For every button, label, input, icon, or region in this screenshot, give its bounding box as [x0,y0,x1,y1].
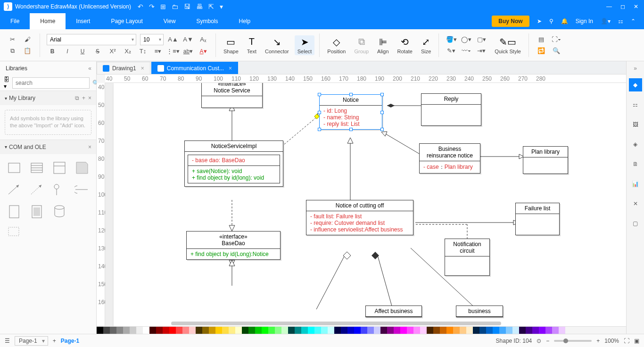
color-swatch[interactable] [387,327,394,334]
color-swatch[interactable] [334,327,341,334]
import-icon[interactable]: ⧉ [75,95,79,101]
line-spacing-icon[interactable]: ≡▾ [152,46,164,57]
my-library-section[interactable]: ▾My Library⧉+× [0,91,96,105]
shape-dashed-arrow[interactable] [27,181,46,198]
color-swatch[interactable] [466,327,473,334]
uml-reply[interactable]: Reply [421,93,481,126]
shape-page[interactable] [5,202,24,220]
circle-style-icon[interactable]: ◯▾ [461,34,472,45]
shape-socket[interactable] [73,181,91,198]
uml-base-dao[interactable]: «interface»BaseDao + find object by id(L… [186,231,281,260]
qat-more-icon[interactable]: ▾ [220,3,223,10]
com-ole-section[interactable]: ▾COM and OLE× [0,140,96,154]
collapse-ribbon-icon[interactable]: ⌃ [631,18,636,25]
color-swatch[interactable] [341,327,347,334]
shape-class[interactable] [50,159,69,177]
rt-theme-icon[interactable]: ◆ [629,78,642,91]
shape-note[interactable] [73,159,91,177]
color-swatch[interactable] [486,327,493,334]
color-swatch[interactable] [559,327,565,334]
cut-icon[interactable]: ✂ [7,34,18,45]
rt-layers-icon[interactable]: ◈ [629,138,642,151]
rt-chart-icon[interactable]: 📊 [629,177,642,190]
color-swatch[interactable] [163,327,169,334]
expand-right-icon[interactable]: » [633,65,638,72]
shrink-font-icon[interactable]: A▼ [182,34,194,45]
share-icon[interactable]: ⚲ [549,18,553,25]
color-swatch[interactable] [156,327,163,334]
color-bar[interactable] [97,326,626,334]
collapse-left-icon[interactable]: « [88,65,91,72]
color-swatch[interactable] [433,327,440,334]
shape-tool[interactable]: ▭Shape [221,35,241,55]
color-swatch[interactable] [394,327,400,334]
print-icon[interactable]: 🖶 [196,3,203,10]
page-selector[interactable]: Page-1 [15,336,48,346]
menu-file[interactable]: File [0,13,30,29]
color-swatch[interactable] [308,327,314,334]
font-size-combo[interactable]: 10▾ [140,34,164,45]
line-color-icon[interactable]: ✎▾ [446,46,457,56]
menu-view[interactable]: View [153,13,186,29]
color-swatch[interactable] [321,327,328,334]
color-swatch[interactable] [110,327,116,334]
menu-insert[interactable]: Insert [66,13,100,29]
color-swatch[interactable] [143,327,149,334]
menu-help[interactable]: Help [229,13,261,29]
color-swatch[interactable] [196,327,202,334]
paste-icon[interactable]: 📋 [22,46,33,56]
color-swatch[interactable] [367,327,374,334]
color-swatch[interactable] [255,327,262,334]
color-swatch[interactable] [136,327,143,334]
export-icon[interactable]: ⇱ [208,3,214,10]
canvas[interactable]: «interface»Notice Service NoticeServiceI… [105,83,626,326]
replace-icon[interactable]: 🔁 [536,46,547,56]
align-button[interactable]: ⊫Align [374,35,391,55]
color-swatch[interactable] [354,327,361,334]
rt-image-icon[interactable]: 🖼 [629,118,642,131]
menu-page-layout[interactable]: Page Layout [100,13,153,29]
color-swatch[interactable] [407,327,413,334]
color-swatch[interactable] [460,327,466,334]
color-swatch[interactable] [301,327,308,334]
font-family-combo[interactable]: Arial▾ [47,34,136,45]
size-button[interactable]: ⤢Size [418,35,434,55]
color-swatch[interactable] [268,327,275,334]
format-painter-icon[interactable]: 🖌 [22,34,33,45]
color-swatch[interactable] [275,327,281,334]
zoom-in-icon[interactable]: + [596,338,600,344]
color-swatch[interactable] [361,327,367,334]
color-swatch[interactable] [242,327,248,334]
color-swatch[interactable] [288,327,295,334]
copy-icon[interactable]: ⧉ [7,46,18,56]
square-style-icon[interactable]: ▢▾ [476,34,487,45]
fill-icon[interactable]: 🪣▾ [446,34,457,45]
subscript-button[interactable]: X₂ [122,46,133,57]
text-direction-icon[interactable]: T↕ [137,46,149,57]
rotate-button[interactable]: ⟲Rotate [395,35,415,55]
position-button[interactable]: ◇Position [324,35,348,55]
shape-rect[interactable] [5,159,24,177]
rotate-handle-icon[interactable] [314,114,319,119]
signin-link[interactable]: Sign In [576,18,593,25]
color-swatch[interactable] [314,327,321,334]
find-icon[interactable]: 🔍 [551,46,562,56]
play-icon[interactable]: ⊙ [537,338,541,344]
color-swatch[interactable] [545,327,552,334]
select-tool[interactable]: ➤Select [295,35,315,55]
h-scrollbar[interactable] [171,322,501,325]
uml-failure-list[interactable]: Failure list [515,203,560,235]
tab2-close-icon[interactable]: × [229,65,232,72]
color-swatch[interactable] [215,327,222,334]
menu-home[interactable]: Home [30,13,66,29]
color-swatch[interactable] [440,327,446,334]
color-swatch[interactable] [295,327,301,334]
quick-style-button[interactable]: ✎▭Quick Style [492,35,524,55]
zoom-out-icon[interactable]: − [546,338,549,344]
page-surface[interactable]: «interface»Notice Service NoticeServiceI… [114,83,626,326]
shape-lollipop[interactable] [50,181,69,198]
color-swatch[interactable] [493,327,499,334]
search-input[interactable] [12,77,90,89]
color-swatch[interactable] [427,327,433,334]
zoom-slider[interactable] [554,340,592,342]
